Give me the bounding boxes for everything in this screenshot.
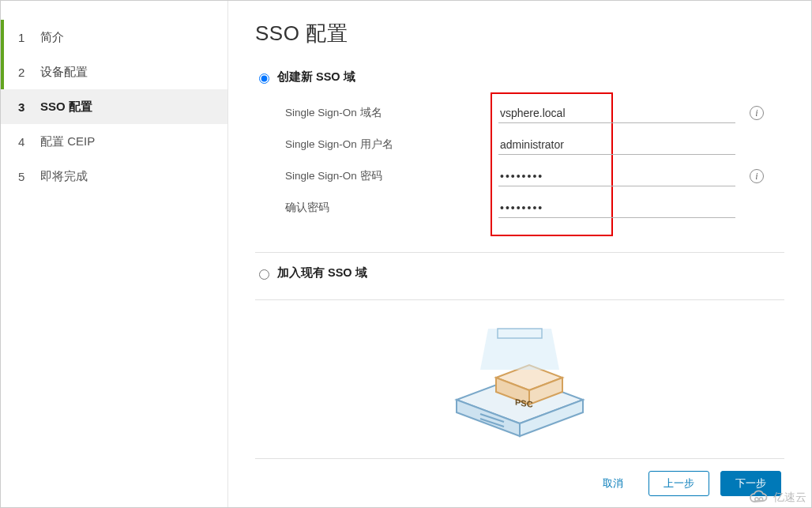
step-label: SSO 配置 [40,100,92,115]
field-label: 确认密码 [285,201,498,215]
radio-create-sso[interactable] [259,73,269,84]
sso-domain-input[interactable] [498,103,735,123]
psc-server-icon: PSC [433,313,607,439]
sso-password-input[interactable] [498,167,735,186]
step-number: 3 [18,100,40,114]
sso-username-input[interactable] [498,135,735,155]
svg-marker-9 [480,329,559,370]
field-sso-username: Single Sign-On 用户名 [285,129,784,160]
field-sso-password: Single Sign-On 密码 i [285,160,784,192]
step-label: 配置 CEIP [40,134,95,149]
field-label: Single Sign-On 用户名 [285,137,498,152]
cancel-button[interactable]: 取消 [588,471,637,496]
section-divider [255,299,784,300]
radio-join-label: 加入现有 SSO 域 [277,265,367,280]
main-panel: SSO 配置 创建新 SSO 域 Single Sign-On 域名 i Sin… [228,1,811,507]
step-4-ceip[interactable]: 4 配置 CEIP [1,124,227,159]
page-title: SSO 配置 [255,20,784,47]
next-button[interactable]: 下一步 [720,471,781,496]
option-create-sso[interactable]: 创建新 SSO 域 [255,70,784,85]
psc-illustration: PSC [255,313,784,458]
info-icon[interactable]: i [750,106,764,120]
field-label: Single Sign-On 密码 [285,169,498,183]
step-1-intro[interactable]: 1 简介 [1,20,227,55]
info-icon[interactable]: i [750,169,764,183]
field-sso-domain: Single Sign-On 域名 i [285,97,784,129]
field-label: Single Sign-On 域名 [285,106,498,120]
wizard-steps-sidebar: 1 简介 2 设备配置 3 SSO 配置 4 配置 CEIP 5 即将完成 [1,1,228,507]
step-label: 设备配置 [40,65,88,80]
step-number: 1 [18,31,40,44]
section-divider [255,252,784,253]
confirm-password-input[interactable] [498,198,735,218]
sso-form: Single Sign-On 域名 i Single Sign-On 用户名 S… [285,97,784,224]
field-confirm-password: 确认密码 [285,192,784,224]
step-2-appliance[interactable]: 2 设备配置 [1,55,227,89]
radio-create-label: 创建新 SSO 域 [277,70,355,85]
step-3-sso[interactable]: 3 SSO 配置 [1,89,227,124]
step-5-finish[interactable]: 5 即将完成 [1,159,227,194]
step-number: 5 [18,170,40,183]
prev-button[interactable]: 上一步 [648,471,709,496]
wizard-footer: 取消 上一步 下一步 [255,458,784,507]
option-join-sso[interactable]: 加入现有 SSO 域 [255,265,784,280]
installer-window: 1 简介 2 设备配置 3 SSO 配置 4 配置 CEIP 5 即将完成 SS… [0,0,812,508]
step-label: 即将完成 [40,169,88,184]
step-label: 简介 [40,30,64,45]
radio-join-sso[interactable] [259,269,269,280]
step-number: 4 [18,135,40,149]
step-number: 2 [18,66,40,79]
